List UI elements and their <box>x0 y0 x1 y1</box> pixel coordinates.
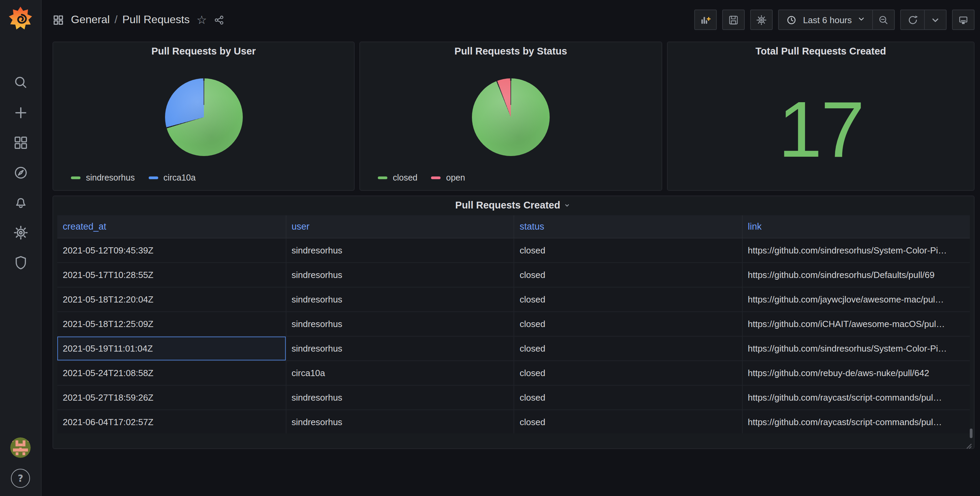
zoom-out-icon <box>878 14 889 25</box>
add-panel-icon <box>700 14 712 25</box>
cell-status: closed <box>514 410 741 433</box>
favorite-star-icon[interactable]: ☆ <box>196 13 207 27</box>
table-scrollbar-thumb[interactable] <box>970 429 972 438</box>
dashboards-grid-icon <box>13 135 28 150</box>
cell-created_at: 2021-06-04T17:02:57Z <box>57 410 285 433</box>
cell-link[interactable]: https://github.com/sindresorhus/System-C… <box>741 238 970 262</box>
pie-legend: sindresorhus circa10a <box>71 173 196 182</box>
legend-label: open <box>446 173 465 182</box>
panel-pull-requests-by-status: Pull Requests by Status closed open <box>360 41 662 191</box>
panel-pull-requests-by-user: Pull Requests by User sindresorhus circa… <box>52 41 355 191</box>
column-header-link[interactable]: link <box>741 215 970 238</box>
legend-swatch <box>431 176 441 179</box>
legend-label: circa10a <box>163 173 196 182</box>
dashboard-settings-button[interactable] <box>751 10 773 30</box>
breadcrumb: General / Pull Requests <box>71 14 189 26</box>
cell-link[interactable]: https://github.com/iCHAIT/awesome-macOS/… <box>741 312 970 336</box>
cell-user: circa10a <box>285 361 514 385</box>
user-avatar[interactable] <box>10 437 31 458</box>
legend-item[interactable]: sindresorhus <box>71 173 135 182</box>
table-row: 2021-05-18T12:25:09Zsindresorhusclosedht… <box>57 312 970 337</box>
breadcrumb-dashboard-title[interactable]: Pull Requests <box>123 14 189 26</box>
chevron-down-icon <box>929 14 941 25</box>
cell-created_at: 2021-05-12T09:45:39Z <box>57 238 285 262</box>
add-panel-button[interactable] <box>695 10 717 30</box>
column-header-user[interactable]: user <box>285 215 514 238</box>
cell-status: closed <box>514 263 741 287</box>
breadcrumb-folder[interactable]: General <box>71 14 110 26</box>
table-header-row: created_at user status link <box>57 215 970 238</box>
cell-created_at: 2021-05-18T12:20:04Z <box>57 287 285 311</box>
cell-link[interactable]: https://github.com/sindresorhus/Defaults… <box>741 263 970 287</box>
legend-item[interactable]: closed <box>378 173 417 182</box>
panel-title[interactable]: Pull Requests Created <box>53 196 974 214</box>
legend-label: closed <box>393 173 417 182</box>
table-row: 2021-05-19T11:01:04Zsindresorhusclosedht… <box>57 337 970 361</box>
plus-icon <box>13 105 28 120</box>
sidebar-item-configuration[interactable] <box>5 217 35 247</box>
cell-link[interactable]: https://github.com/raycast/script-comman… <box>741 410 970 433</box>
save-icon <box>728 14 740 25</box>
legend-item[interactable]: circa10a <box>148 173 196 182</box>
cell-status: closed <box>514 386 741 409</box>
sidebar-item-explore[interactable] <box>5 157 35 187</box>
time-range-button[interactable]: Last 6 hours <box>778 10 873 30</box>
cell-created_at: 2021-05-24T21:08:58Z <box>57 361 285 385</box>
sidebar-item-search[interactable] <box>5 67 35 97</box>
time-range-label: Last 6 hours <box>803 15 852 25</box>
table-row: 2021-05-18T12:20:04Zsindresorhusclosedht… <box>57 287 970 312</box>
column-header-created_at[interactable]: created_at <box>57 215 285 238</box>
cycle-view-mode-button[interactable] <box>952 10 975 30</box>
refresh-interval-dropdown[interactable] <box>925 10 947 30</box>
legend-label: sindresorhus <box>86 173 135 182</box>
cell-user: sindresorhus <box>285 312 514 336</box>
cell-status: closed <box>514 337 741 360</box>
legend-item[interactable]: open <box>431 173 465 182</box>
cell-created_at: 2021-05-18T12:25:09Z <box>57 312 285 336</box>
shield-icon <box>13 255 28 270</box>
sidebar: ? <box>0 0 41 496</box>
help-glyph: ? <box>18 473 23 484</box>
cell-link[interactable]: https://github.com/sindresorhus/System-C… <box>741 337 970 360</box>
panel-title[interactable]: Pull Requests by Status <box>360 42 662 60</box>
table-row: 2021-05-27T18:59:26Zsindresorhusclosedht… <box>57 386 970 410</box>
cell-user: sindresorhus <box>285 410 514 433</box>
help-icon[interactable]: ? <box>11 469 30 488</box>
table-row: 2021-06-04T17:02:57Zsindresorhusclosedht… <box>57 410 970 433</box>
pie-legend: closed open <box>378 173 465 182</box>
cell-link[interactable]: https://github.com/jaywcjlove/awesome-ma… <box>741 287 970 311</box>
cell-link[interactable]: https://github.com/raycast/script-comman… <box>741 386 970 409</box>
panel-title[interactable]: Pull Requests by User <box>53 42 354 60</box>
cell-status: closed <box>514 361 741 385</box>
cell-user: sindresorhus <box>285 386 514 409</box>
dashboard-grid-icon <box>52 14 64 25</box>
clock-icon <box>786 14 797 25</box>
share-icon[interactable] <box>214 14 225 25</box>
pie-chart-by-status[interactable] <box>472 78 550 156</box>
refresh-button[interactable] <box>900 10 925 30</box>
column-header-status[interactable]: status <box>514 215 741 238</box>
stat-value: 17 <box>778 90 863 169</box>
sidebar-item-alerting[interactable] <box>5 187 35 217</box>
grafana-dashboard: ? General / Pull Requests ☆ <box>0 0 980 496</box>
zoom-out-time-button[interactable] <box>873 10 895 30</box>
grafana-logo-icon[interactable] <box>7 5 34 32</box>
sidebar-item-server-admin[interactable] <box>5 247 35 277</box>
cell-created_at[interactable]: 2021-05-19T11:01:04Z <box>57 337 285 360</box>
panel-total-pull-requests: Total Pull Requests Created 17 <box>667 41 975 191</box>
legend-swatch <box>148 176 158 179</box>
dashboard-header: General / Pull Requests ☆ <box>41 0 980 40</box>
gear-icon <box>756 14 768 25</box>
avatar-identicon-icon <box>10 437 31 458</box>
time-picker-group: Last 6 hours <box>778 10 895 30</box>
bell-icon <box>13 195 28 210</box>
sidebar-item-create[interactable] <box>5 97 35 127</box>
save-dashboard-button[interactable] <box>722 10 745 30</box>
panel-pull-requests-created: Pull Requests Created created_at user st… <box>52 195 975 449</box>
sidebar-item-dashboards[interactable] <box>5 127 35 157</box>
panel-title[interactable]: Total Pull Requests Created <box>668 42 974 60</box>
panel-resize-handle[interactable] <box>965 439 972 446</box>
cell-link[interactable]: https://github.com/rebuy-de/aws-nuke/pul… <box>741 361 970 385</box>
search-icon <box>13 74 28 90</box>
pie-chart-by-user[interactable] <box>165 78 242 156</box>
